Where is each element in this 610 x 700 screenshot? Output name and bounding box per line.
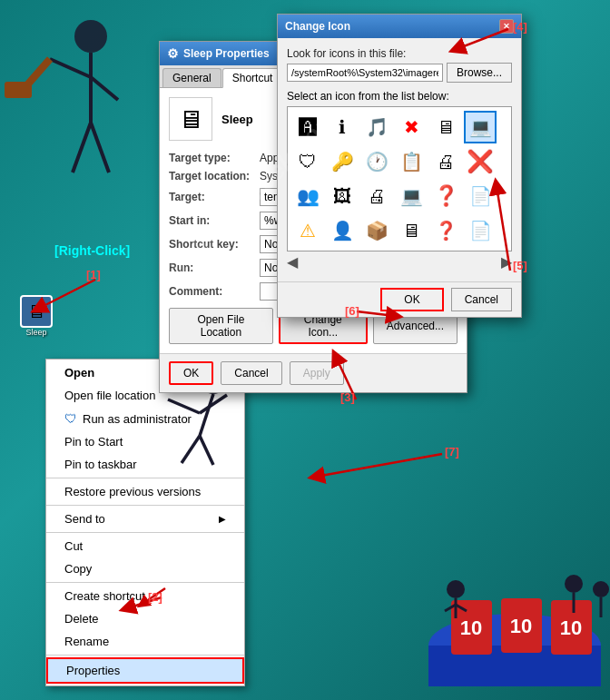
ctx-pin-start[interactable]: Pin to Start <box>46 430 244 453</box>
svg-line-7 <box>91 123 109 173</box>
icon-user[interactable]: 👤 <box>326 214 359 247</box>
desktop-icon[interactable]: 🖥 Sleep <box>14 295 59 340</box>
change-icon-title: Change Icon <box>285 20 350 33</box>
separator-3 <box>46 532 244 533</box>
dialog-ok-button[interactable]: OK <box>380 288 443 311</box>
sleep-cancel-button[interactable]: Cancel <box>221 361 281 385</box>
file-path-row: Browse... <box>287 63 512 83</box>
icon-A[interactable]: 🅰 <box>291 111 324 143</box>
ctx-properties[interactable]: Properties <box>46 657 244 684</box>
annotation-3: [3] <box>340 390 355 404</box>
sleep-apply-button[interactable]: Apply <box>290 361 344 385</box>
stick-figure-decoration <box>0 5 154 204</box>
icon-print[interactable]: 🖨 <box>429 145 462 178</box>
annotation-1: [1] <box>86 268 101 281</box>
tab-general[interactable]: General <box>162 68 221 87</box>
ctx-send-to[interactable]: Send to ▶ <box>46 508 244 530</box>
svg-line-6 <box>73 123 91 173</box>
annotation-7: [7] <box>445 445 459 458</box>
icon-users[interactable]: 👥 <box>291 180 324 212</box>
separator-5 <box>46 655 244 656</box>
icon-image[interactable]: 🖼 <box>326 180 359 212</box>
icon-question2[interactable]: ❓ <box>429 214 462 247</box>
icon-doc2[interactable]: 📄 <box>464 180 497 212</box>
annotation-6: [6] <box>345 304 359 318</box>
dialog-cancel-button[interactable]: Cancel <box>451 288 512 311</box>
file-path-input[interactable] <box>287 64 443 82</box>
separator-4 <box>46 582 244 583</box>
icon-music[interactable]: 🎵 <box>360 111 393 143</box>
sleep-label: Sleep <box>221 113 253 126</box>
icon-clock[interactable]: 🕐 <box>360 145 393 178</box>
svg-line-2 <box>50 59 91 77</box>
icon-monitor1[interactable]: 🖥 <box>429 111 462 143</box>
ctx-copy[interactable]: Copy <box>46 557 244 580</box>
svg-point-28 <box>565 575 583 593</box>
annotation-2: [2] <box>148 590 162 604</box>
scroll-nav: ◀ ▶ <box>287 251 512 272</box>
context-menu: Open Open file location 🛡 Run as adminis… <box>45 359 245 686</box>
sleep-props-footer: OK Cancel Apply <box>160 353 467 392</box>
ctx-rename[interactable]: Rename <box>46 630 244 653</box>
ctx-pin-taskbar[interactable]: Pin to taskbar <box>46 453 244 476</box>
dialog-footer: OK Cancel <box>278 281 521 317</box>
sleep-props-title-icon: ⚙ <box>167 46 179 61</box>
table-scene: 10 10 10 <box>356 527 610 700</box>
svg-text:10: 10 <box>560 616 582 639</box>
right-click-label: [Right-Click] <box>54 243 130 258</box>
svg-text:10: 10 <box>460 616 482 639</box>
ctx-restore[interactable]: Restore previous versions <box>46 480 244 503</box>
icon-x[interactable]: ✖ <box>395 111 428 143</box>
separator-1 <box>46 478 244 478</box>
icon-monitor3[interactable]: 🖥 <box>395 214 428 247</box>
svg-point-24 <box>447 580 465 598</box>
icons-grid: 🅰 ℹ 🎵 ✖ 🖥 💻 🛡 🔑 🕐 📋 🖨 ❌ 👥 🖼 🖨 💻 ❓ 📄 ⚠ 👤 … <box>287 106 512 251</box>
icon-x2[interactable]: ❌ <box>464 145 497 178</box>
look-for-label: Look for icons in this file: <box>287 47 512 60</box>
dialog-controls: ✕ <box>499 19 514 34</box>
scroll-right[interactable]: ▶ <box>501 253 512 271</box>
icon-info[interactable]: ℹ <box>326 111 359 143</box>
annotation-4: [4] <box>513 20 527 34</box>
icon-question[interactable]: ❓ <box>429 180 462 212</box>
icon-laptop[interactable]: 💻 <box>395 180 428 212</box>
separator-2 <box>46 505 244 506</box>
ctx-run-admin[interactable]: 🛡 Run as administrator <box>46 407 244 430</box>
dialog-content: Look for icons in this file: Browse... S… <box>278 38 521 281</box>
svg-point-0 <box>74 20 107 53</box>
select-icon-label: Select an icon from the list below: <box>287 90 512 103</box>
icon-doc3[interactable]: 📄 <box>464 214 497 247</box>
svg-point-30 <box>593 581 609 597</box>
icon-key[interactable]: 🔑 <box>326 145 359 178</box>
sleep-icon: 🖥 <box>169 97 212 141</box>
ctx-cut[interactable]: Cut <box>46 535 244 557</box>
icon-shield[interactable]: 🛡 <box>291 145 324 178</box>
browse-button[interactable]: Browse... <box>447 63 512 83</box>
change-icon-titlebar: Change Icon ✕ <box>278 15 521 38</box>
send-to-arrow: ▶ <box>219 514 226 524</box>
icon-doc[interactable]: 📋 <box>395 145 428 178</box>
tab-shortcut[interactable]: Shortcut <box>222 68 283 88</box>
icon-monitor2[interactable]: 💻 <box>464 111 497 143</box>
shield-icon: 🛡 <box>64 411 77 426</box>
open-file-location-button[interactable]: Open File Location <box>169 308 273 344</box>
ctx-open-label: Open <box>64 366 94 380</box>
icon-box[interactable]: 📦 <box>360 214 393 247</box>
change-icon-dialog: Change Icon ✕ Look for icons in this fil… <box>277 14 522 318</box>
icon-warning[interactable]: ⚠ <box>291 214 324 247</box>
sleep-ok-button[interactable]: OK <box>169 361 213 385</box>
icon-print2[interactable]: 🖨 <box>360 180 393 212</box>
scroll-left[interactable]: ◀ <box>287 253 298 271</box>
sleep-props-title: Sleep Properties <box>183 47 270 60</box>
svg-text:10: 10 <box>510 615 532 637</box>
dialog-close-button[interactable]: ✕ <box>499 19 514 34</box>
svg-line-5 <box>91 77 118 100</box>
svg-rect-4 <box>5 82 32 98</box>
annotation-5: [5] <box>513 259 527 272</box>
